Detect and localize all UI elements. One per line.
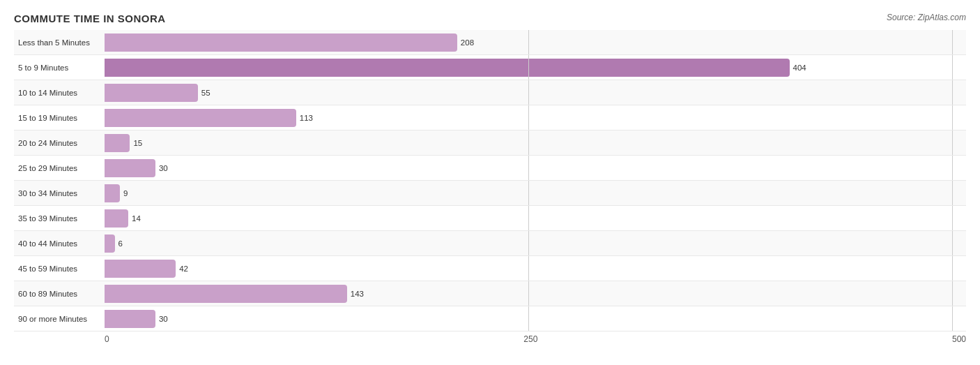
table-row: 10 to 14 Minutes55	[14, 80, 966, 105]
bar	[105, 209, 128, 228]
bar-wrapper: 9	[105, 181, 966, 205]
bar-label: 25 to 29 Minutes	[14, 164, 105, 172]
table-row: 40 to 44 Minutes6	[14, 231, 966, 256]
grid-line	[528, 30, 529, 54]
bar-value: 143	[351, 290, 364, 298]
bar	[105, 159, 155, 177]
bar	[105, 109, 296, 127]
bar-label: 30 to 34 Minutes	[14, 189, 105, 198]
source-label: Source: ZipAtlas.com	[887, 13, 966, 22]
grid-line	[528, 256, 529, 281]
bar-value: 404	[793, 64, 806, 72]
bar	[105, 184, 120, 202]
bar-value: 208	[461, 38, 474, 47]
grid-line	[952, 281, 953, 306]
chart-area: Less than 5 Minutes2085 to 9 Minutes4041…	[14, 30, 966, 332]
table-row: 60 to 89 Minutes143	[14, 281, 966, 306]
bar-label: 60 to 89 Minutes	[14, 290, 105, 298]
x-axis: 0250500	[105, 334, 966, 344]
bar-wrapper: 113	[105, 105, 966, 130]
grid-line	[952, 105, 953, 130]
table-row: 25 to 29 Minutes30	[14, 156, 966, 181]
bar-wrapper: 55	[105, 80, 966, 105]
bar	[105, 134, 130, 152]
bar-wrapper: 30	[105, 306, 966, 331]
table-row: 45 to 59 Minutes42	[14, 256, 966, 281]
table-row: 35 to 39 Minutes14	[14, 206, 966, 231]
bar-value: 113	[300, 114, 313, 122]
bar-value: 30	[159, 315, 168, 323]
bar-value: 15	[133, 139, 142, 147]
grid-line	[528, 306, 529, 331]
table-row: 90 or more Minutes30	[14, 306, 966, 332]
bar-label: Less than 5 Minutes	[14, 38, 105, 47]
bar-label: 10 to 14 Minutes	[14, 89, 105, 97]
bar-value: 30	[159, 164, 168, 172]
bar-label: 40 to 44 Minutes	[14, 239, 105, 248]
grid-line	[952, 30, 953, 54]
bar-value: 42	[179, 265, 188, 273]
grid-line	[952, 306, 953, 331]
grid-line	[952, 156, 953, 180]
grid-line	[528, 131, 529, 155]
grid-line	[952, 231, 953, 255]
bar-wrapper: 30	[105, 156, 966, 180]
bar	[105, 234, 115, 253]
x-axis-label: 250	[523, 334, 537, 344]
x-axis-label: 500	[952, 334, 966, 344]
grid-line	[528, 206, 529, 230]
bar-value: 55	[201, 89, 210, 97]
bar-label: 45 to 59 Minutes	[14, 265, 105, 273]
chart-container: COMMUTE TIME IN SONORA Source: ZipAtlas.…	[0, 0, 980, 365]
bar	[105, 260, 176, 278]
grid-line	[952, 256, 953, 281]
grid-line	[952, 80, 953, 105]
bar-label: 35 to 39 Minutes	[14, 214, 105, 223]
table-row: 20 to 24 Minutes15	[14, 131, 966, 156]
bar	[105, 310, 155, 328]
grid-line	[952, 131, 953, 155]
table-row: 30 to 34 Minutes9	[14, 181, 966, 206]
bar-wrapper: 208	[105, 30, 966, 54]
bar-wrapper: 6	[105, 231, 966, 255]
grid-line	[952, 181, 953, 205]
bar	[105, 84, 198, 102]
bar-label: 20 to 24 Minutes	[14, 139, 105, 147]
bar	[105, 285, 347, 303]
grid-line	[528, 281, 529, 306]
grid-line	[528, 231, 529, 255]
grid-line	[952, 206, 953, 230]
grid-line	[528, 105, 529, 130]
bar-label: 90 or more Minutes	[14, 315, 105, 323]
bar-wrapper: 14	[105, 206, 966, 230]
bar-wrapper: 15	[105, 131, 966, 155]
bar-label: 15 to 19 Minutes	[14, 114, 105, 122]
bar-value: 6	[118, 239, 123, 248]
bar-label: 5 to 9 Minutes	[14, 64, 105, 72]
bar-wrapper: 42	[105, 256, 966, 281]
grid-line	[528, 55, 529, 80]
table-row: Less than 5 Minutes208	[14, 30, 966, 55]
bar	[105, 59, 790, 77]
grid-line	[528, 80, 529, 105]
grid-line	[528, 156, 529, 180]
chart-title: COMMUTE TIME IN SONORA	[14, 13, 966, 24]
grid-line	[952, 55, 953, 80]
bar-wrapper: 143	[105, 281, 966, 306]
bar-value: 14	[132, 214, 141, 223]
x-axis-label: 0	[105, 334, 109, 344]
x-axis-labels: 0250500	[105, 334, 966, 344]
table-row: 5 to 9 Minutes404	[14, 55, 966, 80]
table-row: 15 to 19 Minutes113	[14, 105, 966, 131]
bar-wrapper: 404	[105, 55, 966, 80]
bar-value: 9	[123, 189, 128, 198]
grid-line	[528, 181, 529, 205]
bar	[105, 33, 457, 52]
